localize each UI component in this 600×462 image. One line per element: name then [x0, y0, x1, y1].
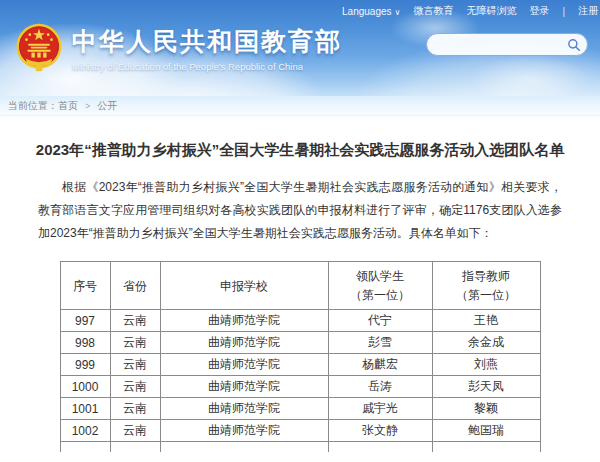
- col-header-student: 领队学生（第一位）: [328, 262, 432, 310]
- article-paragraph: 根据《2023年“推普助力乡村振兴”全国大学生暑期社会实践志愿服务活动的通知》相…: [38, 176, 562, 244]
- cell-student: 张文静: [328, 420, 432, 442]
- table-row: 998 云南 曲靖师范学院 彭雪 余金成: [60, 332, 540, 354]
- breadcrumb-section-link[interactable]: 公开: [97, 99, 117, 113]
- table-row: 1001 云南 曲靖师范学院 戚宇光 黎颖: [60, 398, 540, 420]
- page: Languages∨ 微言教育 无障碍浏览 登录 | 注册: [0, 0, 600, 462]
- breadcrumb-prefix: 当前位置：: [8, 99, 58, 113]
- cell-province: 云南: [110, 354, 160, 376]
- table-header-row: 序号 省份 申报学校 领队学生（第一位） 指导教师（第一位）: [60, 262, 540, 310]
- breadcrumb-home-link[interactable]: 首页: [58, 99, 78, 113]
- site-logo-link[interactable]: 中华人民共和国教育部 Ministry of Education of the …: [14, 22, 342, 74]
- cell-province: 云南: [110, 310, 160, 332]
- cell-index: 999: [60, 354, 110, 376]
- cell-teacher: 彭天凤: [432, 376, 540, 398]
- table-row: 1000 云南 曲靖师范学院 岳涛 彭天凤: [60, 376, 540, 398]
- cell-province: 云南: [110, 420, 160, 442]
- cell-school: 曲靖师范学院: [160, 398, 328, 420]
- cell-teacher: 王艳: [432, 310, 540, 332]
- article-content: 2023年“推普助力乡村振兴”全国大学生暑期社会实践志愿服务活动入选团队名单 根…: [0, 116, 600, 452]
- breadcrumb: 当前位置： 首页 > 公开: [0, 96, 600, 116]
- cell-index: 998: [60, 332, 110, 354]
- site-header: Languages∨ 微言教育 无障碍浏览 登录 | 注册: [0, 0, 600, 96]
- link-login[interactable]: 登录: [529, 4, 549, 18]
- cell-school: 曲靖师范学院: [160, 332, 328, 354]
- page-title: 2023年“推普助力乡村振兴”全国大学生暑期社会实践志愿服务活动入选团队名单: [0, 141, 600, 160]
- cell-index: 1002: [60, 420, 110, 442]
- search-icon[interactable]: [567, 38, 581, 52]
- cell-teacher: 黎颖: [432, 398, 540, 420]
- chevron-down-icon: ∨: [395, 8, 401, 17]
- cell-school: 曲靖师范学院: [160, 354, 328, 376]
- col-header-school: 申报学校: [160, 262, 328, 310]
- national-emblem-icon: [14, 22, 64, 74]
- col-header-teacher: 指导教师（第一位）: [432, 262, 540, 310]
- cell-teacher: 刘燕: [432, 354, 540, 376]
- link-weiyan-jiaoyu[interactable]: 微言教育: [413, 4, 453, 18]
- site-subtitle: Ministry of Education of the People's Re…: [72, 61, 342, 72]
- search-box: [426, 33, 588, 56]
- site-title: 中华人民共和国教育部: [72, 25, 342, 58]
- cell-student: 戚宇光: [328, 398, 432, 420]
- table-row-partial: [60, 442, 540, 452]
- topbar-separator: |: [562, 6, 565, 17]
- roster-table: 序号 省份 申报学校 领队学生（第一位） 指导教师（第一位） 997 云南 曲靖…: [60, 261, 541, 452]
- topbar: Languages∨ 微言教育 无障碍浏览 登录 | 注册: [342, 4, 598, 18]
- cell-province: 云南: [110, 332, 160, 354]
- cell-student: 岳涛: [328, 376, 432, 398]
- table-row: 999 云南 曲靖师范学院 杨麒宏 刘燕: [60, 354, 540, 376]
- cell-student: 杨麒宏: [328, 354, 432, 376]
- cell-student: 彭雪: [328, 332, 432, 354]
- cell-index: 1000: [60, 376, 110, 398]
- cell-index: 997: [60, 310, 110, 332]
- cell-province: 云南: [110, 376, 160, 398]
- link-register[interactable]: 注册: [578, 4, 598, 18]
- brand-text: 中华人民共和国教育部 Ministry of Education of the …: [72, 25, 342, 72]
- col-header-province: 省份: [110, 262, 160, 310]
- languages-menu[interactable]: Languages∨: [342, 6, 400, 17]
- cell-index: 1001: [60, 398, 110, 420]
- col-header-index: 序号: [60, 262, 110, 310]
- table-row: 1002 云南 曲靖师范学院 张文静 鲍国瑞: [60, 420, 540, 442]
- search-input[interactable]: [437, 39, 567, 50]
- cell-teacher: 余金成: [432, 332, 540, 354]
- cell-school: 曲靖师范学院: [160, 310, 328, 332]
- cell-teacher: 鲍国瑞: [432, 420, 540, 442]
- link-accessibility[interactable]: 无障碍浏览: [466, 4, 516, 18]
- breadcrumb-separator: >: [85, 101, 90, 111]
- dandelion-decoration: [470, 55, 590, 96]
- table-row: 997 云南 曲靖师范学院 代宁 王艳: [60, 310, 540, 332]
- cell-province: 云南: [110, 398, 160, 420]
- cell-student: 代宁: [328, 310, 432, 332]
- cell-school: 曲靖师范学院: [160, 420, 328, 442]
- cell-school: 曲靖师范学院: [160, 376, 328, 398]
